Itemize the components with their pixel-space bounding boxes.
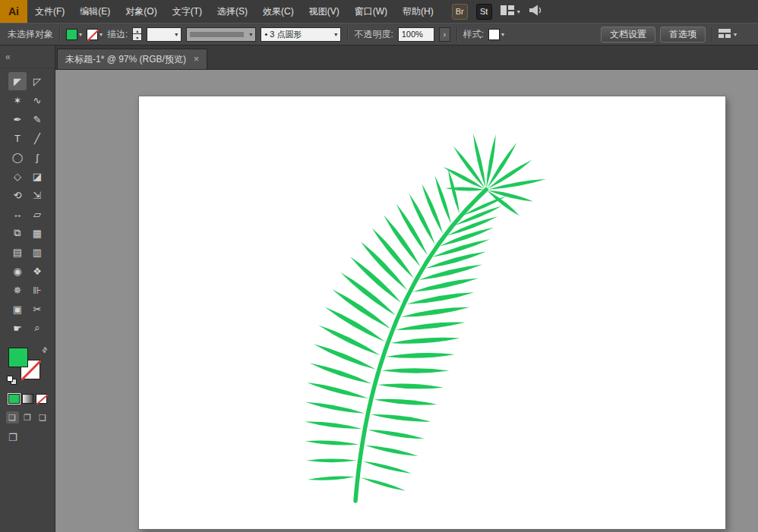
fill-swatch[interactable] [66, 29, 77, 40]
curvature-tool[interactable]: ✎ [28, 110, 46, 128]
blend-tool[interactable]: ❖ [28, 262, 46, 280]
opacity-options-button[interactable]: › [439, 27, 450, 42]
arrange-documents-icon [719, 29, 731, 40]
menu-item-effect[interactable]: 效果(C) [255, 0, 302, 23]
color-mode-row [8, 394, 47, 404]
stroke-none-swatch[interactable] [87, 29, 98, 40]
shape-builder-tool[interactable]: ⧉ [8, 224, 27, 242]
arrange-documents-control[interactable]: ▾ [719, 29, 737, 40]
chevron-down-icon: ▾ [79, 31, 82, 38]
tools-grid: ◤◸✶∿✒✎T╱◯ʃ◇◪⟲⇲↔▱⧉▦▤▥◉❖✵⊪▣✂☛⌕ [8, 72, 46, 337]
opacity-label: 不透明度: [354, 28, 393, 41]
app-logo[interactable]: Ai [0, 0, 27, 23]
default-fill-stroke-icon[interactable] [7, 376, 18, 386]
chevron-down-icon: ▾ [734, 31, 737, 38]
menubar-right-cluster: Br St ▾ [452, 0, 542, 23]
menu-item-edit[interactable]: 编辑(E) [72, 0, 118, 23]
menu-item-type[interactable]: 文字(T) [165, 0, 210, 23]
draw-behind-button[interactable]: ❐ [21, 411, 34, 423]
megaphone-icon[interactable] [529, 5, 542, 19]
mesh-tool[interactable]: ▤ [8, 243, 27, 261]
type-tool[interactable]: T [8, 129, 27, 147]
menu-item-file[interactable]: 文件(F) [27, 0, 72, 23]
chevron-down-icon: ▾ [501, 31, 504, 38]
separator [347, 27, 348, 42]
stock-badge[interactable]: St [476, 4, 492, 20]
stepper-down-icon[interactable]: ▾ [132, 34, 142, 41]
gradient-button[interactable] [22, 394, 33, 404]
brush-dot-icon: • [264, 30, 267, 39]
tools-panel: « ◤◸✶∿✒✎T╱◯ʃ◇◪⟲⇲↔▱⧉▦▤▥◉❖✵⊪▣✂☛⌕ ⇄ ❏ ❐ ❑ ❐ [0, 46, 55, 532]
tools-panel-header: « [0, 46, 55, 68]
free-transform-tool[interactable]: ▱ [28, 205, 46, 223]
brush-definition-select[interactable]: • 3 点圆形 ▾ [261, 27, 341, 42]
width-tool[interactable]: ↔ [8, 205, 27, 223]
eyedropper-tool[interactable]: ◉ [8, 262, 27, 280]
control-bar: 未选择对象 ▾ ▾ 描边: ▴ ▾ ▾ ▾ • 3 点圆形 ▾ 不透明度: 10… [0, 23, 758, 46]
opacity-input[interactable]: 100% [398, 27, 434, 42]
paintbrush-tool[interactable]: ʃ [28, 148, 46, 166]
stroke-weight-label: 描边: [107, 28, 128, 41]
document-tab[interactable]: 未标题-1* @ 97% (RGB/预览) × [57, 49, 207, 69]
menu-bar: Ai 文件(F)编辑(E)对象(O)文字(T)选择(S)效果(C)视图(V)窗口… [0, 0, 758, 23]
scale-tool[interactable]: ⇲ [28, 186, 46, 204]
artboard-tool[interactable]: ▣ [8, 300, 27, 318]
chevron-down-icon: ▾ [517, 8, 520, 15]
selection-status: 未选择对象 [8, 28, 53, 41]
document-tab-title: 未标题-1* @ 97% (RGB/预览) [65, 53, 186, 66]
brush-definition-value: 3 点圆形 [270, 29, 302, 40]
style-swatch[interactable] [488, 29, 500, 40]
tab-close-button[interactable]: × [194, 55, 199, 64]
draw-normal-button[interactable]: ❏ [6, 411, 19, 423]
artboard[interactable] [139, 96, 725, 529]
eraser-tool[interactable]: ◪ [28, 167, 46, 185]
slice-tool[interactable]: ✂ [28, 300, 46, 318]
bridge-badge[interactable]: Br [452, 4, 468, 20]
separator [712, 27, 712, 42]
style-select[interactable]: ▾ [488, 29, 504, 40]
opacity-value: 100% [402, 30, 423, 39]
ellipse-tool[interactable]: ◯ [8, 148, 27, 166]
chevron-down-icon: ▾ [175, 31, 178, 38]
column-graph-tool[interactable]: ⊪ [28, 281, 46, 299]
fill-color-control[interactable]: ▾ [66, 29, 82, 40]
shaper-tool[interactable]: ◇ [8, 167, 27, 185]
menu-item-select[interactable]: 选择(S) [210, 0, 255, 23]
lasso-tool[interactable]: ∿ [28, 91, 46, 109]
separator [456, 27, 457, 42]
swap-fill-stroke-icon[interactable]: ⇄ [40, 345, 49, 354]
menu-item-object[interactable]: 对象(O) [118, 0, 164, 23]
fill-stroke-indicator: ⇄ [7, 346, 48, 386]
rotate-tool[interactable]: ⟲ [8, 186, 27, 204]
hand-tool[interactable]: ☛ [8, 319, 27, 337]
menu-item-help[interactable]: 帮助(H) [395, 0, 441, 23]
document-setup-button[interactable]: 文档设置 [601, 27, 655, 42]
zoom-tool[interactable]: ⌕ [28, 319, 46, 337]
fill-indicator[interactable] [8, 348, 28, 367]
stroke-color-control[interactable]: ▾ [87, 29, 103, 40]
menu-item-window[interactable]: 窗口(W) [347, 0, 395, 23]
draw-inside-button[interactable]: ❑ [36, 411, 49, 423]
color-button[interactable] [8, 394, 20, 404]
menu-item-view[interactable]: 视图(V) [302, 0, 347, 23]
none-button[interactable] [36, 394, 47, 404]
stroke-weight-stepper[interactable]: ▴ ▾ [132, 27, 142, 41]
preferences-button[interactable]: 首选项 [660, 27, 706, 42]
stepper-up-icon[interactable]: ▴ [132, 27, 142, 34]
stroke-weight-select[interactable]: ▾ [147, 27, 182, 42]
perspective-grid-tool[interactable]: ▦ [28, 224, 46, 242]
pasteboard[interactable] [55, 70, 758, 532]
width-profile-select[interactable]: ▾ [186, 27, 256, 42]
magic-wand-tool[interactable]: ✶ [8, 91, 27, 109]
gradient-tool[interactable]: ▥ [28, 243, 46, 261]
symbol-sprayer-tool[interactable]: ✵ [8, 281, 27, 299]
pen-tool[interactable]: ✒ [8, 110, 27, 128]
workspace-switcher[interactable]: ▾ [501, 5, 520, 18]
collapse-tools-button[interactable]: « [5, 52, 11, 62]
chevron-down-icon: ▾ [249, 31, 252, 38]
selection-tool[interactable]: ◤ [8, 72, 27, 90]
palm-leaf-artwork[interactable] [139, 96, 725, 529]
direct-selection-tool[interactable]: ◸ [28, 72, 46, 90]
screen-mode-button[interactable]: ❐ [8, 432, 17, 443]
line-segment-tool[interactable]: ╱ [28, 129, 46, 147]
